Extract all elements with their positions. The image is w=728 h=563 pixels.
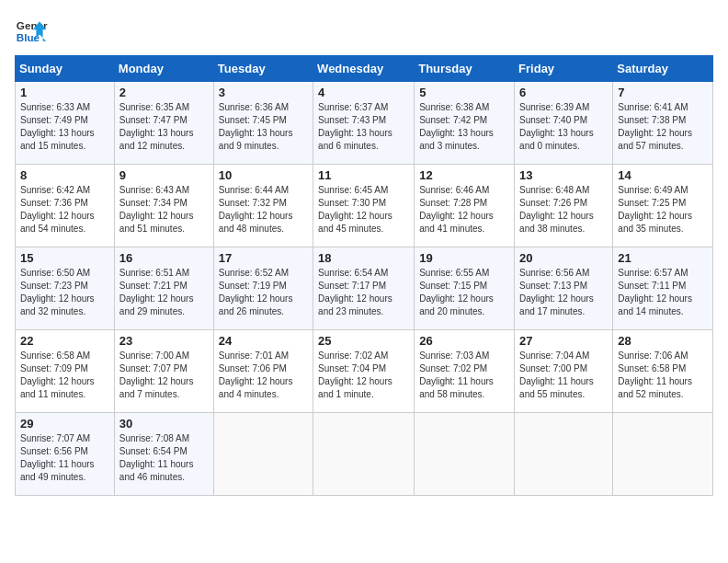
cell-day-number: 2 bbox=[119, 86, 209, 99]
calendar-cell: 27Sunrise: 7:04 AMSunset: 7:00 PMDayligh… bbox=[515, 330, 613, 413]
cell-info: Sunrise: 7:08 AMSunset: 6:54 PMDaylight:… bbox=[119, 432, 209, 484]
calendar-cell: 26Sunrise: 7:03 AMSunset: 7:02 PMDayligh… bbox=[415, 330, 515, 413]
empty-cell bbox=[313, 413, 415, 496]
calendar-week-row: 8Sunrise: 6:42 AMSunset: 7:36 PMDaylight… bbox=[16, 165, 713, 247]
cell-info: Sunrise: 6:54 AMSunset: 7:17 PMDaylight:… bbox=[318, 267, 409, 318]
cell-info: Sunrise: 6:48 AMSunset: 7:26 PMDaylight:… bbox=[519, 184, 608, 236]
calendar-header-row: SundayMondayTuesdayWednesdayThursdayFrid… bbox=[16, 56, 713, 82]
logo: General Blue bbox=[15, 15, 48, 48]
cell-info: Sunrise: 6:38 AMSunset: 7:42 PMDaylight:… bbox=[419, 101, 509, 153]
cell-day-number: 23 bbox=[119, 334, 209, 348]
cell-day-number: 10 bbox=[219, 168, 308, 182]
calendar-cell: 15Sunrise: 6:50 AMSunset: 7:23 PMDayligh… bbox=[16, 247, 115, 330]
cell-day-number: 9 bbox=[119, 168, 209, 182]
cell-info: Sunrise: 6:57 AMSunset: 7:11 PMDaylight:… bbox=[618, 267, 708, 318]
calendar-cell: 12Sunrise: 6:46 AMSunset: 7:28 PMDayligh… bbox=[415, 165, 515, 247]
empty-cell bbox=[213, 413, 313, 496]
calendar-cell: 30Sunrise: 7:08 AMSunset: 6:54 PMDayligh… bbox=[114, 413, 213, 496]
calendar-cell: 7Sunrise: 6:41 AMSunset: 7:38 PMDaylight… bbox=[613, 82, 713, 165]
empty-cell bbox=[415, 413, 515, 496]
empty-cell bbox=[613, 413, 713, 496]
calendar-cell: 8Sunrise: 6:42 AMSunset: 7:36 PMDaylight… bbox=[16, 165, 115, 247]
cell-info: Sunrise: 6:56 AMSunset: 7:13 PMDaylight:… bbox=[519, 267, 608, 318]
header: General Blue bbox=[15, 15, 713, 48]
cell-day-number: 13 bbox=[519, 168, 608, 182]
calendar: SundayMondayTuesdayWednesdayThursdayFrid… bbox=[15, 55, 713, 496]
cell-info: Sunrise: 6:52 AMSunset: 7:19 PMDaylight:… bbox=[219, 267, 308, 318]
cell-info: Sunrise: 6:33 AMSunset: 7:49 PMDaylight:… bbox=[20, 101, 109, 153]
calendar-week-row: 29Sunrise: 7:07 AMSunset: 6:56 PMDayligh… bbox=[16, 413, 713, 496]
calendar-cell: 4Sunrise: 6:37 AMSunset: 7:43 PMDaylight… bbox=[313, 82, 415, 165]
cell-day-number: 22 bbox=[20, 334, 109, 348]
calendar-cell: 29Sunrise: 7:07 AMSunset: 6:56 PMDayligh… bbox=[16, 413, 115, 496]
weekday-header: Sunday bbox=[16, 56, 115, 82]
calendar-week-row: 1Sunrise: 6:33 AMSunset: 7:49 PMDaylight… bbox=[16, 82, 713, 165]
weekday-header: Thursday bbox=[415, 56, 515, 82]
calendar-cell: 2Sunrise: 6:35 AMSunset: 7:47 PMDaylight… bbox=[114, 82, 213, 165]
calendar-cell: 1Sunrise: 6:33 AMSunset: 7:49 PMDaylight… bbox=[16, 82, 115, 165]
cell-day-number: 30 bbox=[119, 417, 209, 431]
cell-day-number: 28 bbox=[618, 334, 708, 348]
calendar-cell: 21Sunrise: 6:57 AMSunset: 7:11 PMDayligh… bbox=[613, 247, 713, 330]
cell-info: Sunrise: 7:00 AMSunset: 7:07 PMDaylight:… bbox=[119, 350, 209, 401]
calendar-cell: 20Sunrise: 6:56 AMSunset: 7:13 PMDayligh… bbox=[515, 247, 613, 330]
calendar-cell: 13Sunrise: 6:48 AMSunset: 7:26 PMDayligh… bbox=[515, 165, 613, 247]
cell-day-number: 12 bbox=[419, 168, 509, 182]
cell-day-number: 14 bbox=[618, 168, 708, 182]
calendar-week-row: 15Sunrise: 6:50 AMSunset: 7:23 PMDayligh… bbox=[16, 247, 713, 330]
cell-day-number: 19 bbox=[419, 251, 509, 265]
calendar-cell: 6Sunrise: 6:39 AMSunset: 7:40 PMDaylight… bbox=[515, 82, 613, 165]
calendar-cell: 14Sunrise: 6:49 AMSunset: 7:25 PMDayligh… bbox=[613, 165, 713, 247]
cell-day-number: 6 bbox=[519, 86, 608, 99]
cell-day-number: 1 bbox=[20, 86, 109, 99]
calendar-cell: 17Sunrise: 6:52 AMSunset: 7:19 PMDayligh… bbox=[213, 247, 313, 330]
logo-icon: General Blue bbox=[15, 15, 48, 48]
calendar-cell: 16Sunrise: 6:51 AMSunset: 7:21 PMDayligh… bbox=[114, 247, 213, 330]
cell-info: Sunrise: 6:36 AMSunset: 7:45 PMDaylight:… bbox=[219, 101, 308, 153]
cell-day-number: 8 bbox=[20, 168, 109, 182]
cell-day-number: 20 bbox=[519, 251, 608, 265]
svg-text:General: General bbox=[17, 19, 48, 31]
calendar-cell: 23Sunrise: 7:00 AMSunset: 7:07 PMDayligh… bbox=[114, 330, 213, 413]
cell-day-number: 18 bbox=[318, 251, 409, 265]
calendar-cell: 10Sunrise: 6:44 AMSunset: 7:32 PMDayligh… bbox=[213, 165, 313, 247]
calendar-cell: 18Sunrise: 6:54 AMSunset: 7:17 PMDayligh… bbox=[313, 247, 415, 330]
cell-info: Sunrise: 7:01 AMSunset: 7:06 PMDaylight:… bbox=[219, 350, 308, 401]
cell-info: Sunrise: 6:37 AMSunset: 7:43 PMDaylight:… bbox=[318, 101, 409, 153]
cell-info: Sunrise: 6:50 AMSunset: 7:23 PMDaylight:… bbox=[20, 267, 109, 318]
cell-day-number: 16 bbox=[119, 251, 209, 265]
calendar-cell: 24Sunrise: 7:01 AMSunset: 7:06 PMDayligh… bbox=[213, 330, 313, 413]
cell-day-number: 29 bbox=[20, 417, 109, 431]
calendar-cell: 3Sunrise: 6:36 AMSunset: 7:45 PMDaylight… bbox=[213, 82, 313, 165]
cell-info: Sunrise: 6:42 AMSunset: 7:36 PMDaylight:… bbox=[20, 184, 109, 236]
cell-day-number: 27 bbox=[519, 334, 608, 348]
cell-info: Sunrise: 6:49 AMSunset: 7:25 PMDaylight:… bbox=[618, 184, 708, 236]
calendar-cell: 28Sunrise: 7:06 AMSunset: 6:58 PMDayligh… bbox=[613, 330, 713, 413]
cell-day-number: 4 bbox=[318, 86, 409, 99]
weekday-header: Tuesday bbox=[213, 56, 313, 82]
cell-day-number: 7 bbox=[618, 86, 708, 99]
cell-day-number: 15 bbox=[20, 251, 109, 265]
cell-day-number: 26 bbox=[419, 334, 509, 348]
calendar-cell: 5Sunrise: 6:38 AMSunset: 7:42 PMDaylight… bbox=[415, 82, 515, 165]
cell-info: Sunrise: 6:45 AMSunset: 7:30 PMDaylight:… bbox=[318, 184, 409, 236]
cell-info: Sunrise: 6:46 AMSunset: 7:28 PMDaylight:… bbox=[419, 184, 509, 236]
cell-info: Sunrise: 6:39 AMSunset: 7:40 PMDaylight:… bbox=[519, 101, 608, 153]
cell-info: Sunrise: 6:44 AMSunset: 7:32 PMDaylight:… bbox=[219, 184, 308, 236]
cell-info: Sunrise: 6:58 AMSunset: 7:09 PMDaylight:… bbox=[20, 350, 109, 401]
cell-info: Sunrise: 7:02 AMSunset: 7:04 PMDaylight:… bbox=[318, 350, 409, 401]
calendar-cell: 11Sunrise: 6:45 AMSunset: 7:30 PMDayligh… bbox=[313, 165, 415, 247]
cell-info: Sunrise: 6:55 AMSunset: 7:15 PMDaylight:… bbox=[419, 267, 509, 318]
weekday-header: Monday bbox=[114, 56, 213, 82]
cell-day-number: 17 bbox=[219, 251, 308, 265]
cell-day-number: 11 bbox=[318, 168, 409, 182]
cell-info: Sunrise: 7:06 AMSunset: 6:58 PMDaylight:… bbox=[618, 350, 708, 401]
calendar-cell: 25Sunrise: 7:02 AMSunset: 7:04 PMDayligh… bbox=[313, 330, 415, 413]
cell-day-number: 3 bbox=[219, 86, 308, 99]
calendar-week-row: 22Sunrise: 6:58 AMSunset: 7:09 PMDayligh… bbox=[16, 330, 713, 413]
cell-info: Sunrise: 7:07 AMSunset: 6:56 PMDaylight:… bbox=[20, 432, 109, 484]
cell-info: Sunrise: 6:41 AMSunset: 7:38 PMDaylight:… bbox=[618, 101, 708, 153]
cell-day-number: 5 bbox=[419, 86, 509, 99]
cell-info: Sunrise: 6:43 AMSunset: 7:34 PMDaylight:… bbox=[119, 184, 209, 236]
cell-info: Sunrise: 7:03 AMSunset: 7:02 PMDaylight:… bbox=[419, 350, 509, 401]
